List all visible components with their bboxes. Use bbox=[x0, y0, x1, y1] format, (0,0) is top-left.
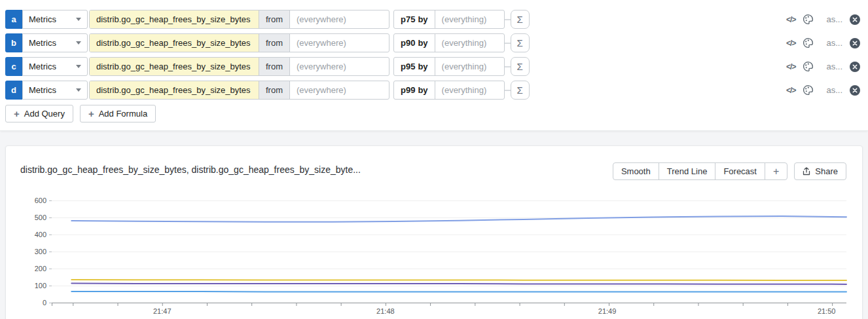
connector-dash bbox=[505, 66, 511, 67]
chart-toolbar-group: Smooth Trend Line Forecast + bbox=[613, 162, 787, 180]
timeseries-widget-card: distrib.go_gc_heap_frees_by_size_bytes, … bbox=[5, 145, 863, 319]
group-by-input[interactable]: (everything) bbox=[435, 58, 504, 75]
chevron-down-icon bbox=[76, 18, 81, 21]
source-select[interactable]: Metrics bbox=[22, 33, 88, 52]
add-formula-button[interactable]: + Add Formula bbox=[80, 105, 156, 122]
group-by-input[interactable]: (everything) bbox=[435, 34, 504, 52]
close-icon[interactable] bbox=[850, 62, 860, 72]
svg-text:600: 600 bbox=[35, 197, 46, 204]
source-select-label: Metrics bbox=[29, 62, 56, 71]
svg-text:21:50: 21:50 bbox=[818, 307, 836, 315]
connector-dash bbox=[505, 43, 511, 44]
aggregator-value: p99 bbox=[401, 85, 415, 95]
query-letter-badge[interactable]: c bbox=[5, 57, 22, 76]
sigma-aggregation-button[interactable]: Σ bbox=[511, 57, 530, 76]
from-filter-input[interactable]: (everywhere) bbox=[289, 58, 389, 75]
connector-dash bbox=[505, 90, 511, 91]
by-label: by bbox=[418, 14, 427, 24]
close-icon[interactable] bbox=[850, 38, 860, 48]
aggregator-selector[interactable]: p90 by bbox=[394, 34, 435, 52]
source-select[interactable]: Metrics bbox=[22, 81, 88, 100]
group-by-input[interactable]: (everything) bbox=[435, 10, 504, 28]
trend-line-button[interactable]: Trend Line bbox=[659, 162, 716, 180]
aggregator-selector[interactable]: p99 by bbox=[394, 81, 435, 99]
palette-icon[interactable] bbox=[803, 14, 814, 25]
from-label: from bbox=[259, 58, 289, 75]
code-icon[interactable]: </> bbox=[786, 62, 795, 71]
source-select[interactable]: Metrics bbox=[22, 57, 88, 76]
chevron-down-icon bbox=[76, 88, 81, 92]
add-function-button[interactable]: + bbox=[765, 162, 787, 180]
metric-input[interactable]: distrib.go_gc_heap_frees_by_size_bytes bbox=[90, 10, 259, 28]
from-label: from bbox=[259, 81, 289, 99]
alias-as-button[interactable]: as... bbox=[826, 62, 842, 71]
by-label: by bbox=[418, 38, 427, 48]
svg-text:21:47: 21:47 bbox=[153, 307, 172, 315]
source-select-label: Metrics bbox=[29, 38, 56, 48]
code-icon[interactable]: </> bbox=[786, 39, 795, 48]
svg-text:200: 200 bbox=[35, 265, 46, 272]
aggregator-selector[interactable]: p75 by bbox=[394, 10, 435, 28]
sigma-aggregation-button[interactable]: Σ bbox=[511, 33, 530, 52]
by-label: by bbox=[418, 62, 427, 71]
from-filter-input[interactable]: (everywhere) bbox=[289, 10, 389, 28]
svg-text:500: 500 bbox=[35, 214, 46, 221]
aggregator-value: p90 bbox=[401, 38, 415, 48]
query-row: c Metrics distrib.go_gc_heap_frees_by_si… bbox=[5, 57, 868, 76]
timeseries-chart[interactable]: 010020030040050060021:4721:4821:4921:50 bbox=[6, 195, 863, 319]
alias-as-button[interactable]: as... bbox=[826, 14, 842, 24]
svg-text:21:48: 21:48 bbox=[376, 307, 395, 315]
plus-icon: + bbox=[88, 108, 94, 119]
group-by-input[interactable]: (everything) bbox=[435, 81, 504, 99]
svg-text:0: 0 bbox=[43, 299, 46, 307]
code-icon[interactable]: </> bbox=[786, 15, 795, 24]
sigma-aggregation-button[interactable]: Σ bbox=[511, 10, 530, 29]
add-query-button[interactable]: + Add Query bbox=[5, 105, 73, 122]
query-row: b Metrics distrib.go_gc_heap_frees_by_si… bbox=[5, 33, 868, 52]
add-query-label: Add Query bbox=[24, 109, 65, 119]
palette-icon[interactable] bbox=[803, 61, 814, 72]
from-label: from bbox=[259, 10, 289, 28]
close-icon[interactable] bbox=[850, 85, 860, 96]
source-select-label: Metrics bbox=[29, 14, 56, 24]
upload-arrow-icon bbox=[803, 167, 810, 176]
chart-title: distrib.go_gc_heap_frees_by_size_bytes, … bbox=[20, 164, 361, 175]
query-letter-badge[interactable]: a bbox=[5, 10, 22, 29]
palette-icon[interactable] bbox=[803, 84, 814, 96]
palette-icon[interactable] bbox=[803, 37, 814, 48]
query-letter-badge[interactable]: d bbox=[5, 81, 22, 100]
share-label: Share bbox=[815, 166, 838, 176]
add-formula-label: Add Formula bbox=[99, 109, 147, 119]
query-row: d Metrics distrib.go_gc_heap_frees_by_si… bbox=[5, 81, 868, 100]
svg-text:400: 400 bbox=[35, 231, 46, 238]
aggregator-value: p75 bbox=[401, 14, 415, 24]
from-filter-input[interactable]: (everywhere) bbox=[289, 81, 389, 99]
metric-input[interactable]: distrib.go_gc_heap_frees_by_size_bytes bbox=[90, 34, 259, 52]
connector-dash bbox=[505, 19, 511, 20]
query-row: a Metrics distrib.go_gc_heap_frees_by_si… bbox=[5, 10, 868, 29]
source-select-label: Metrics bbox=[29, 85, 56, 95]
forecast-button[interactable]: Forecast bbox=[715, 162, 765, 180]
metric-input[interactable]: distrib.go_gc_heap_frees_by_size_bytes bbox=[90, 81, 259, 99]
smooth-button[interactable]: Smooth bbox=[613, 162, 659, 180]
plus-icon: + bbox=[14, 108, 20, 119]
by-label: by bbox=[418, 85, 427, 95]
aggregator-value: p95 bbox=[401, 62, 415, 71]
query-editor-section: a Metrics distrib.go_gc_heap_frees_by_si… bbox=[0, 0, 868, 131]
alias-as-button[interactable]: as... bbox=[826, 38, 842, 48]
from-filter-input[interactable]: (everywhere) bbox=[289, 34, 389, 52]
svg-text:100: 100 bbox=[35, 282, 46, 290]
from-label: from bbox=[259, 34, 289, 52]
chevron-down-icon bbox=[76, 65, 81, 68]
svg-text:21:49: 21:49 bbox=[598, 307, 617, 315]
sigma-aggregation-button[interactable]: Σ bbox=[511, 81, 530, 100]
close-icon[interactable] bbox=[850, 14, 860, 25]
svg-text:300: 300 bbox=[35, 248, 46, 255]
query-letter-badge[interactable]: b bbox=[5, 33, 22, 52]
metric-input[interactable]: distrib.go_gc_heap_frees_by_size_bytes bbox=[90, 58, 259, 75]
aggregator-selector[interactable]: p95 by bbox=[394, 58, 435, 75]
share-button[interactable]: Share bbox=[794, 162, 846, 180]
source-select[interactable]: Metrics bbox=[22, 10, 88, 29]
code-icon[interactable]: </> bbox=[786, 86, 795, 95]
alias-as-button[interactable]: as... bbox=[826, 85, 842, 95]
